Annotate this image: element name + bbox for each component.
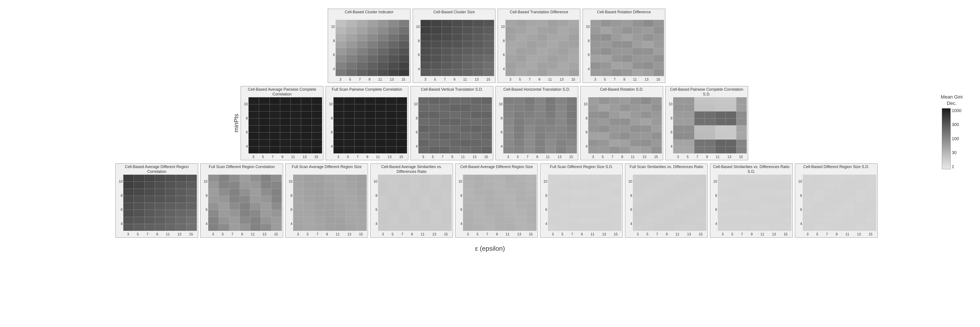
heatmap-cell — [431, 69, 441, 76]
heatmap-grid — [718, 175, 791, 231]
heatmap-cell — [600, 196, 611, 203]
x-tick: 9 — [538, 78, 540, 81]
heatmap-cell — [855, 196, 865, 203]
heatmap-cell — [736, 125, 747, 132]
heatmap-cell — [442, 41, 452, 48]
x-tick: 5 — [391, 232, 393, 236]
heatmap-cell — [620, 104, 630, 111]
heatmap-cell — [365, 132, 375, 139]
heatmap-cell — [441, 203, 452, 210]
heatmap-cell — [399, 182, 410, 188]
heatmap-cell — [186, 196, 197, 203]
heatmap-cell — [473, 175, 484, 182]
heatmap-cell — [558, 20, 568, 27]
x-axis: 3579111315 — [506, 78, 579, 81]
y-tick: 6 — [205, 208, 208, 212]
heatmap-cell — [579, 217, 590, 224]
heatmap-cell — [643, 20, 653, 27]
heatmap-cell — [558, 224, 569, 231]
heatmap-cell — [386, 118, 396, 125]
heatmap-cell — [715, 147, 725, 153]
y-tick: 8 — [715, 194, 717, 198]
heatmap-cell — [803, 182, 813, 188]
y-tick: 6 — [585, 130, 587, 134]
heatmap-cell — [611, 41, 622, 48]
x-tick: 15 — [656, 78, 660, 81]
x-tick: 9 — [282, 155, 283, 159]
heatmap-cell — [715, 104, 725, 111]
heatmap-cell — [590, 196, 600, 203]
heatmap-cell — [633, 224, 643, 231]
heatmap-cell — [824, 182, 834, 188]
heatmap — [673, 97, 747, 153]
plots-row3: Cell-Based Average Different Region Corr… — [115, 164, 878, 238]
heatmap-cell — [526, 203, 537, 210]
heatmap-cell — [514, 112, 524, 118]
heatmap-cell — [463, 182, 473, 188]
heatmap-cell — [378, 27, 388, 34]
heatmap-cell — [718, 175, 728, 182]
x-tick: 11 — [716, 155, 720, 159]
heatmap-cell — [314, 175, 325, 182]
heatmap-cell — [420, 196, 431, 203]
heatmap-cell — [696, 189, 706, 196]
heatmap-cell — [526, 182, 537, 188]
heatmap-cell — [599, 140, 609, 147]
heatmap-cell — [463, 217, 473, 224]
heatmap-cell — [388, 27, 399, 34]
y-tick: 4 — [333, 67, 335, 71]
heatmap-cell — [386, 147, 396, 153]
x-tick: 13 — [727, 155, 731, 159]
plot-title: Cell-Based Similarities vs. Differences … — [710, 164, 792, 174]
heatmap-cell — [165, 175, 176, 182]
plot-title: Cell-Based Cluster Indicator — [328, 10, 410, 14]
heatmap-cell — [548, 217, 558, 224]
heatmap-cell — [420, 41, 431, 48]
heatmap — [633, 175, 706, 231]
heatmap-cell — [760, 217, 770, 224]
heatmap-cell — [684, 125, 694, 132]
heatmap-cell — [524, 140, 535, 147]
heatmap-cell — [673, 97, 684, 104]
heatmap-cell — [535, 132, 545, 139]
x-tick: 13 — [560, 78, 563, 81]
heatmap-cell — [641, 97, 651, 104]
heatmap-cell — [410, 203, 420, 210]
y-tick: 6 — [503, 53, 505, 57]
heatmap-cell — [450, 112, 460, 118]
y-axis: 10864 — [201, 175, 208, 231]
heatmap-cell — [866, 196, 877, 203]
heatmap-cell — [333, 140, 344, 147]
heatmap-cell — [643, 217, 654, 224]
heatmap-cell — [601, 27, 611, 34]
heatmap-cell — [471, 125, 481, 132]
heatmap-cell — [259, 118, 269, 125]
heatmap-cell — [590, 69, 601, 76]
heatmap-cell — [651, 125, 662, 132]
heatmap-cell — [271, 182, 282, 188]
heatmap-cell — [685, 224, 696, 231]
heatmap-cell — [429, 112, 439, 118]
heatmap-cell — [418, 147, 429, 153]
heatmap-cell — [367, 41, 378, 48]
heatmap-cell — [336, 69, 346, 76]
heatmap-grid — [503, 97, 577, 153]
heatmap-cell — [399, 27, 409, 34]
heatmap-cell — [134, 175, 144, 182]
heatmap-cell — [473, 189, 484, 196]
y-axis-label: minPts — [233, 114, 240, 132]
y-tick: 4 — [246, 145, 248, 148]
heatmap-cell — [696, 203, 706, 210]
heatmap-cell — [611, 62, 622, 69]
y-tick: 8 — [246, 116, 248, 120]
x-tick: 9 — [453, 78, 455, 81]
heatmap-cell — [728, 210, 739, 217]
heatmap-cell — [632, 48, 643, 55]
heatmap-cell — [145, 189, 155, 196]
heatmap-cell — [259, 104, 269, 111]
heatmap-cell — [622, 69, 632, 76]
heatmap-cell — [123, 210, 134, 217]
heatmap-cell — [418, 118, 429, 125]
heatmap-cell — [420, 217, 431, 224]
heatmap-cell — [665, 175, 675, 182]
